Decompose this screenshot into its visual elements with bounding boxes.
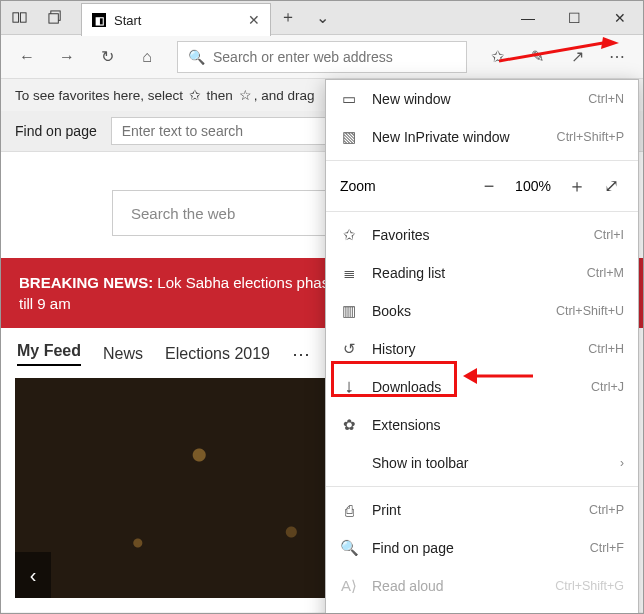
feed-tab-news[interactable]: News [103,345,143,363]
star-icon: ✩ [189,88,201,103]
menu-show-in-toolbar[interactable]: Show in toolbar › [326,444,638,482]
tab-start[interactable]: ◧ Start ✕ [81,3,271,36]
titlebar-spacer [339,1,505,34]
find-icon: 🔍 [340,539,358,557]
menu-favorites[interactable]: ✩ Favorites Ctrl+I [326,216,638,254]
svg-rect-3 [48,14,57,23]
feed-tab-elections[interactable]: Elections 2019 [165,345,270,363]
books-icon: ▥ [340,302,358,320]
tab-close-button[interactable]: ✕ [248,12,260,28]
menu-downloads[interactable]: ⭳ Downloads Ctrl+J [326,368,638,406]
menu-find[interactable]: 🔍 Find on page Ctrl+F [326,529,638,567]
menu-read-aloud: A⟩ Read aloud Ctrl+Shift+G [326,567,638,605]
favhint-text-a: To see favorites here, select [15,88,187,103]
menu-new-window[interactable]: ▭ New window Ctrl+N [326,80,638,118]
web-search-placeholder: Search the web [131,205,235,222]
tabs-dropdown-button[interactable]: ⌄ [305,1,339,34]
back-button[interactable]: ← [9,39,45,75]
history-icon: ↺ [340,340,358,358]
breaking-label: BREAKING NEWS: [19,274,153,291]
inprivate-icon: ▧ [340,128,358,146]
more-menu: ▭ New window Ctrl+N ▧ New InPrivate wind… [325,79,639,614]
reading-list-icon: ≣ [340,264,358,282]
extensions-icon: ✿ [340,416,358,434]
more-button[interactable]: ⋯ [599,39,635,75]
set-aside-button[interactable] [37,1,73,34]
notes-button[interactable]: ✎ [519,39,555,75]
print-icon: ⎙ [340,502,358,519]
titlebar: ◧ Start ✕ ＋ ⌄ — ☐ ✕ [1,1,643,35]
taskview-button[interactable] [1,1,37,34]
menu-history[interactable]: ↺ History Ctrl+H [326,330,638,368]
zoom-label: Zoom [340,178,468,194]
svg-rect-1 [20,13,26,22]
window-minimize-button[interactable]: — [505,1,551,34]
favorites-icon: ✩ [340,226,358,244]
menu-books[interactable]: ▥ Books Ctrl+Shift+U [326,292,638,330]
window-close-button[interactable]: ✕ [597,1,643,34]
zoom-value: 100% [510,178,556,194]
chevron-right-icon: › [620,456,624,470]
favhint-text-b: then [203,88,237,103]
search-icon: 🔍 [188,49,205,65]
carousel-prev-button[interactable]: ‹ [15,552,51,598]
new-tab-button[interactable]: ＋ [271,1,305,34]
star-outline-icon: ☆ [239,88,252,103]
menu-print[interactable]: ⎙ Print Ctrl+P [326,491,638,529]
menu-extensions[interactable]: ✿ Extensions [326,406,638,444]
address-input[interactable] [213,49,456,65]
window-icon: ▭ [340,90,358,108]
home-button[interactable]: ⌂ [129,39,165,75]
tab-favicon: ◧ [92,13,106,27]
address-bar[interactable]: 🔍 [177,41,467,73]
find-label: Find on page [15,123,97,139]
refresh-button[interactable]: ↻ [89,39,125,75]
menu-reading-list[interactable]: ≣ Reading list Ctrl+M [326,254,638,292]
toolbar: ← → ↻ ⌂ 🔍 ✩ ✎ ↗ ⋯ [1,35,643,79]
menu-zoom: Zoom − 100% ＋ ⤢ [326,165,638,207]
window-maximize-button[interactable]: ☐ [551,1,597,34]
feed-tab-myfeed[interactable]: My Feed [17,342,81,366]
tab-title: Start [114,13,240,28]
menu-pin-taskbar: 📌 Pin this page to the taskbar [326,605,638,614]
zoom-out-button[interactable]: − [476,176,502,197]
feed-tab-more[interactable]: ⋯ [292,343,312,365]
tab-strip: ◧ Start ✕ ＋ ⌄ [81,1,339,34]
menu-inprivate[interactable]: ▧ New InPrivate window Ctrl+Shift+P [326,118,638,156]
favorites-button[interactable]: ✩ [479,39,515,75]
forward-button[interactable]: → [49,39,85,75]
svg-rect-0 [12,13,18,22]
zoom-in-button[interactable]: ＋ [564,174,590,198]
favhint-text-c: , and drag [254,88,315,103]
read-aloud-icon: A⟩ [340,577,358,595]
share-button[interactable]: ↗ [559,39,595,75]
downloads-icon: ⭳ [340,379,358,396]
fullscreen-button[interactable]: ⤢ [598,175,624,197]
